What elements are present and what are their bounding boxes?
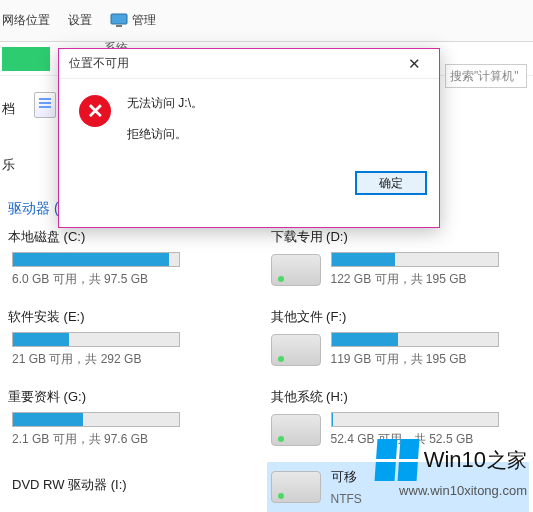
search-placeholder: 搜索"计算机" — [450, 68, 519, 85]
drive-f[interactable]: 其他文件 (F:) 119 GB 可用，共 195 GB — [267, 302, 530, 382]
manage-label: 管理 — [132, 12, 156, 29]
left-label-music: 乐 — [2, 156, 15, 174]
drive-g-bar — [12, 412, 180, 427]
drive-c-text: 6.0 GB 可用，共 97.5 GB — [12, 271, 263, 288]
drive-f-bar — [331, 332, 499, 347]
drive-g[interactable]: 重要资料 (G:) 2.1 GB 可用，共 97.6 GB — [4, 382, 267, 462]
ribbon-settings[interactable]: 设置 — [68, 12, 92, 29]
windows-logo-icon — [374, 439, 419, 481]
drive-h-title: 其他系统 (H:) — [271, 388, 526, 406]
drive-g-title: 重要资料 (G:) — [8, 388, 263, 406]
watermark-url: www.win10xitong.com — [376, 483, 527, 498]
drive-f-title: 其他文件 (F:) — [271, 308, 526, 326]
hdd-icon — [271, 471, 321, 503]
drive-d-title: 下载专用 (D:) — [271, 228, 526, 246]
svg-rect-1 — [116, 25, 122, 27]
watermark-brand: Win10 之家 — [424, 447, 527, 474]
error-dialog: 位置不可用 ✕ ✕ 无法访问 J:\。 拒绝访问。 确定 — [58, 48, 440, 228]
watermark-brand-en: Win10 — [424, 447, 486, 473]
dialog-line1: 无法访问 J:\。 — [127, 95, 203, 112]
drive-d-bar — [331, 252, 499, 267]
drive-e[interactable]: 软件安装 (E:) 21 GB 可用，共 292 GB — [4, 302, 267, 382]
ribbon-manage[interactable]: 管理 — [110, 12, 156, 30]
dialog-title-text: 位置不可用 — [69, 55, 129, 72]
dialog-titlebar: 位置不可用 ✕ — [59, 49, 439, 79]
settings-label: 设置 — [68, 12, 92, 29]
monitor-icon — [110, 12, 128, 30]
network-loc-label: 网络位置 — [2, 12, 50, 29]
hdd-icon — [271, 254, 321, 286]
document-icon — [34, 92, 56, 118]
dialog-message: 无法访问 J:\。 拒绝访问。 — [127, 95, 203, 157]
dialog-close-button[interactable]: ✕ — [397, 52, 431, 76]
drive-c[interactable]: 本地磁盘 (C:) 6.0 GB 可用，共 97.5 GB — [4, 222, 267, 302]
hdd-icon — [271, 414, 321, 446]
hdd-icon — [271, 334, 321, 366]
drive-i-title: DVD RW 驱动器 (I:) — [12, 476, 127, 494]
watermark-brand-zh: 之家 — [487, 447, 527, 474]
quick-doc-area — [34, 92, 56, 118]
drive-i-dvd[interactable]: DVD RW 驱动器 (I:) — [4, 462, 267, 512]
drive-e-text: 21 GB 可用，共 292 GB — [12, 351, 263, 368]
dialog-ok-button[interactable]: 确定 — [355, 171, 427, 195]
drive-d-text: 122 GB 可用，共 195 GB — [331, 271, 526, 288]
drives-section-title: 驱动器 — [8, 200, 50, 216]
svg-rect-0 — [111, 14, 127, 24]
error-icon: ✕ — [79, 95, 111, 127]
drive-e-title: 软件安装 (E:) — [8, 308, 263, 326]
ribbon-network-location[interactable]: 网络位置 — [2, 12, 50, 29]
drive-h-bar — [331, 412, 499, 427]
drive-f-text: 119 GB 可用，共 195 GB — [331, 351, 526, 368]
drive-c-bar — [12, 252, 180, 267]
quick-green-block — [2, 47, 50, 71]
dialog-ok-label: 确定 — [379, 175, 403, 192]
close-icon: ✕ — [408, 55, 421, 73]
drive-c-title: 本地磁盘 (C:) — [8, 228, 263, 246]
left-label-docs: 档 — [2, 100, 15, 118]
search-input[interactable]: 搜索"计算机" — [445, 64, 527, 88]
watermark: Win10 之家 www.win10xitong.com — [376, 439, 527, 498]
drive-g-text: 2.1 GB 可用，共 97.6 GB — [12, 431, 263, 448]
dialog-line2: 拒绝访问。 — [127, 126, 203, 143]
drive-d[interactable]: 下载专用 (D:) 122 GB 可用，共 195 GB — [267, 222, 530, 302]
drive-e-bar — [12, 332, 180, 347]
